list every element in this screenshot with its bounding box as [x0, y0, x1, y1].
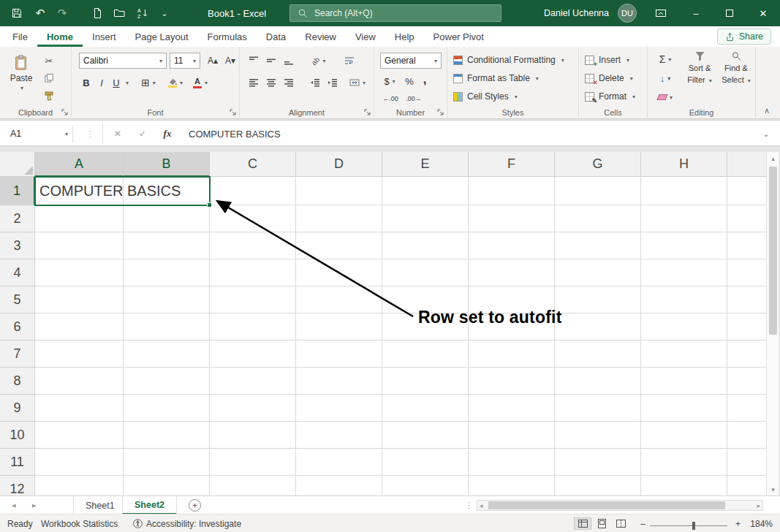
ribbon-display-options-button[interactable]: [651, 4, 670, 23]
percent-style-button[interactable]: %: [402, 73, 417, 89]
tab-help[interactable]: Help: [385, 26, 424, 47]
cell-C7[interactable]: [210, 341, 296, 368]
cell-G2[interactable]: [555, 205, 641, 232]
new-file-button[interactable]: [88, 4, 107, 23]
row-header-7[interactable]: 7: [0, 341, 35, 368]
row-header-2[interactable]: 2: [0, 205, 35, 232]
tab-insert[interactable]: Insert: [83, 26, 126, 47]
autosum-button[interactable]: Σ▾: [654, 51, 677, 67]
cell-D8[interactable]: [296, 368, 382, 395]
cell-G8[interactable]: [555, 368, 641, 395]
zoom-in-button[interactable]: +: [735, 514, 741, 532]
cell-C9[interactable]: [210, 395, 296, 422]
cell-F12[interactable]: [469, 476, 555, 495]
increase-font-button[interactable]: A▴: [205, 53, 221, 69]
cell-C1[interactable]: [210, 177, 296, 205]
normal-view-button[interactable]: [574, 517, 591, 530]
row-header-5[interactable]: 5: [0, 286, 35, 314]
comma-style-button[interactable]: ,: [418, 72, 431, 88]
tab-view[interactable]: View: [346, 26, 385, 47]
column-header-E[interactable]: E: [382, 152, 469, 177]
cell-A12[interactable]: [35, 476, 124, 495]
cell-F2[interactable]: [469, 205, 555, 232]
qat-customize-button[interactable]: ⌄: [155, 4, 174, 23]
cell-A1[interactable]: COMPUTER BASICS: [35, 177, 124, 205]
cell-H12[interactable]: [641, 476, 727, 495]
cell-F10[interactable]: [469, 422, 555, 449]
expand-formula-bar-button[interactable]: ⌄: [755, 121, 777, 147]
decrease-indent-button[interactable]: [307, 75, 323, 91]
cell-D9[interactable]: [296, 395, 382, 422]
row-header-9[interactable]: 9: [0, 395, 35, 422]
share-button[interactable]: Share: [717, 28, 771, 45]
sort-filter-button[interactable]: Sort & Filter ▾: [683, 51, 716, 86]
cell-G4[interactable]: [555, 259, 641, 286]
align-middle-button[interactable]: [263, 53, 279, 69]
wrap-text-button[interactable]: [341, 53, 358, 69]
cell-E10[interactable]: [382, 422, 469, 449]
cell-D1[interactable]: [296, 177, 382, 205]
cell-B11[interactable]: [124, 449, 210, 476]
cell-D7[interactable]: [296, 341, 382, 368]
cell-G5[interactable]: [555, 286, 641, 314]
collapse-ribbon-button[interactable]: ∧: [764, 106, 770, 115]
cell-A7[interactable]: [35, 341, 124, 368]
cell-D10[interactable]: [296, 422, 382, 449]
select-all-corner[interactable]: [0, 152, 35, 177]
find-select-button[interactable]: Find & Select ▾: [719, 51, 753, 86]
number-dialog-launcher[interactable]: [436, 107, 444, 116]
tab-data[interactable]: Data: [257, 26, 295, 47]
cell-H7[interactable]: [641, 341, 727, 368]
cell-C5[interactable]: [210, 286, 296, 314]
cell-F9[interactable]: [469, 395, 555, 422]
cell-C4[interactable]: [210, 259, 296, 286]
cell-E4[interactable]: [382, 259, 469, 286]
open-file-button[interactable]: [110, 4, 129, 23]
cell-B8[interactable]: [124, 368, 210, 395]
copy-button[interactable]: [41, 70, 57, 86]
cell-E1[interactable]: [382, 177, 469, 205]
cell-H11[interactable]: [641, 449, 727, 476]
formula-bar-splitter[interactable]: ⋮: [86, 121, 94, 147]
cell-E2[interactable]: [382, 205, 469, 232]
tab-page-layout[interactable]: Page Layout: [126, 26, 198, 47]
scroll-up-button[interactable]: ▴: [767, 152, 779, 164]
fill-color-button[interactable]: ▾: [165, 75, 186, 91]
cell-F11[interactable]: [469, 449, 555, 476]
cell-H4[interactable]: [641, 259, 727, 286]
column-header-A[interactable]: A: [35, 152, 124, 177]
clear-button[interactable]: ▾: [654, 89, 677, 105]
name-box[interactable]: A1 ▾: [6, 125, 73, 142]
cell-E9[interactable]: [382, 395, 469, 422]
cell-H5[interactable]: [641, 286, 727, 314]
cell-C10[interactable]: [210, 422, 296, 449]
column-header-G[interactable]: G: [555, 152, 641, 177]
cell-B9[interactable]: [124, 395, 210, 422]
column-header-D[interactable]: D: [296, 152, 382, 177]
enter-button[interactable]: ✓: [132, 121, 154, 147]
cell-G1[interactable]: [555, 177, 641, 205]
cell-A10[interactable]: [35, 422, 124, 449]
underline-button[interactable]: U: [110, 75, 123, 91]
cell-A2[interactable]: [35, 205, 124, 232]
cell-D6[interactable]: [296, 314, 382, 341]
cell-C2[interactable]: [210, 205, 296, 232]
cancel-button[interactable]: ✕: [107, 121, 129, 147]
column-header-H[interactable]: H: [641, 152, 727, 177]
tab-file[interactable]: File: [3, 26, 37, 47]
cut-button[interactable]: ✂: [41, 53, 57, 69]
vertical-scrollbar[interactable]: ▴ ▾: [766, 152, 779, 495]
minimize-button[interactable]: –: [679, 0, 713, 26]
cell-C8[interactable]: [210, 368, 296, 395]
cell-E7[interactable]: [382, 341, 469, 368]
cell-F3[interactable]: [469, 232, 555, 259]
tab-bar-splitter[interactable]: ⋮: [465, 496, 473, 514]
row-header-4[interactable]: 4: [0, 259, 35, 286]
sort-button[interactable]: AZ: [133, 4, 152, 23]
align-left-button[interactable]: [246, 75, 262, 91]
row-header-11[interactable]: 11: [0, 449, 35, 476]
row-header-8[interactable]: 8: [0, 368, 35, 395]
cell-E11[interactable]: [382, 449, 469, 476]
cell-C12[interactable]: [210, 476, 296, 495]
increase-indent-button[interactable]: [325, 75, 341, 91]
